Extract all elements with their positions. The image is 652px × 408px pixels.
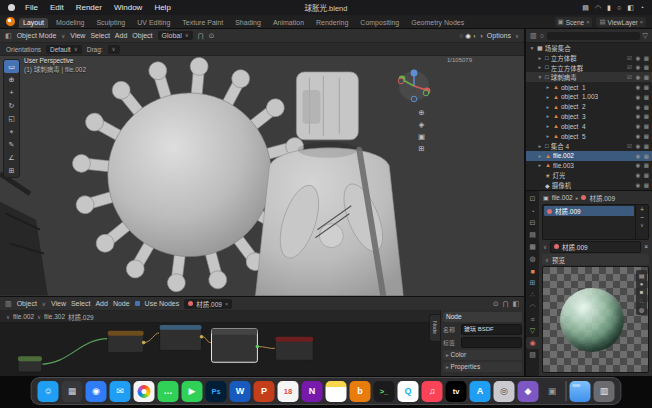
visibility-toggles[interactable]: ☑ ◉ ▦: [627, 64, 650, 70]
viewport-menu-object[interactable]: Object: [132, 32, 152, 39]
outliner-row-collection-4[interactable]: ▸ □ 集合 4 ☑ ◉ ▦: [526, 141, 652, 151]
properties-editor[interactable]: ⊡ ◔ ⊟ ▤ ▦ ◍ ■ ⊞ ∴ ◠ ≡ ▽ ◉ ▨ ▣ file.002 ▸…: [525, 190, 652, 376]
outliner-row-object-1[interactable]: ▸ ▲ object_1 ◉ ▦: [526, 82, 652, 92]
ortho-toggle-icon[interactable]: ⊞: [418, 144, 425, 153]
navigation-gizmo[interactable]: [396, 68, 432, 104]
apple-logo-icon[interactable]: [8, 4, 15, 11]
shader-node[interactable]: [18, 356, 42, 372]
dock-messages[interactable]: …: [158, 381, 179, 402]
dock-finder[interactable]: ☺: [38, 381, 59, 402]
outliner-row-object-3[interactable]: ▸ ▲ object_3 ◉ ▦: [526, 112, 652, 122]
disclosure-icon[interactable]: ▸: [545, 84, 551, 90]
dock-terminal[interactable]: >_: [374, 381, 395, 402]
node-graph-canvas[interactable]: [0, 321, 440, 376]
shader-menu-view[interactable]: View: [51, 300, 66, 307]
outliner-row-left-cube-group[interactable]: ▸ □ 左立方体群 ☑ ◉ ▦: [526, 63, 652, 73]
chevron-down-icon[interactable]: ∨: [37, 314, 41, 320]
visibility-toggles[interactable]: ◉ ▦: [635, 113, 650, 119]
disclosure-icon[interactable]: ▸: [545, 123, 551, 129]
shader-editor[interactable]: ▥ Object ∨ View Select Add Node Use Node…: [0, 296, 525, 376]
preview-section-header[interactable]: ∨ 预览: [542, 254, 649, 265]
workspace-tab-animation[interactable]: Animation: [269, 18, 308, 28]
browse-material-dropdown[interactable]: ∨: [543, 244, 547, 250]
visibility-toggles[interactable]: ◉ ▦: [635, 153, 650, 159]
dock-safari[interactable]: ◉: [86, 381, 107, 402]
visibility-toggles[interactable]: ◉ ▦: [635, 123, 650, 129]
menu-edit[interactable]: Edit: [48, 3, 66, 12]
pin-icon[interactable]: ⊙: [493, 300, 499, 308]
clock-icon[interactable]: ◔: [640, 4, 644, 12]
filter-funnel-icon[interactable]: ▽: [643, 32, 648, 40]
shader-menu-node[interactable]: Node: [113, 300, 130, 307]
outliner-row-object-5[interactable]: ▸ ▲ object_5 ◉ ▦: [526, 131, 652, 141]
properties-tab-world[interactable]: ◍: [526, 253, 539, 265]
visibility-toggles[interactable]: ◉ ▦: [635, 162, 650, 168]
remove-slot-button[interactable]: −: [640, 214, 644, 221]
zoom-icon[interactable]: ⊕: [418, 108, 425, 117]
menu-window[interactable]: Window: [112, 3, 144, 12]
breadcrumb-material-name[interactable]: 材质.009: [589, 193, 615, 203]
menu-file[interactable]: File: [23, 3, 40, 12]
workspace-tab-shading[interactable]: Shading: [231, 18, 265, 28]
node-name-field[interactable]: 玻璃 BSDF: [461, 324, 522, 335]
dock-app-dark[interactable]: ▣: [542, 381, 563, 402]
transform-orientation-dropdown[interactable]: Global ∨: [158, 31, 193, 40]
editor-type-icon[interactable]: ◧: [5, 32, 12, 40]
options-dropdown[interactable]: Options: [487, 32, 511, 39]
viewport-scene[interactable]: ▭ ⊕ + ↻ ◱ ⌖ ✎ ∠ ⊞ User Perspective (1) 球…: [0, 54, 524, 296]
properties-tab-particles[interactable]: ∴: [526, 289, 539, 301]
preview-sphere-button[interactable]: ●: [640, 281, 644, 287]
slot-specials-dropdown[interactable]: ∨: [640, 222, 644, 228]
scaffold-geometry[interactable]: [0, 174, 48, 296]
properties-tab-modifiers[interactable]: ⊞: [526, 277, 539, 289]
outliner-row-light[interactable]: ☀ 灯光 ◉ ▦: [526, 170, 652, 180]
dock-music[interactable]: ♫: [422, 381, 443, 402]
outliner-row-file-002[interactable]: ▸ ▲ file.002 ◉ ▦: [526, 151, 652, 161]
mode-dropdown[interactable]: Object Mode: [17, 32, 57, 39]
disclosure-icon[interactable]: ▾: [537, 74, 543, 80]
properties-tab-physics[interactable]: ◠: [526, 301, 539, 313]
disclosure-icon[interactable]: ▸: [537, 153, 543, 159]
node-color-section[interactable]: ▸ Color: [443, 350, 522, 360]
tool-transform[interactable]: ⌖: [4, 125, 19, 138]
properties-tab-material[interactable]: ◉: [526, 337, 539, 349]
dock-settings[interactable]: ◎: [494, 381, 515, 402]
properties-tab-view-layer[interactable]: ▤: [526, 229, 539, 241]
disclosure-icon[interactable]: ▸: [545, 94, 551, 100]
dock-notes[interactable]: [326, 381, 347, 402]
visibility-toggles[interactable]: ☑ ◉ ▦: [627, 55, 650, 61]
material-datablock-chip[interactable]: 材质.009 ×: [184, 299, 232, 309]
shading-solid-icon[interactable]: ◉: [465, 32, 471, 40]
viewport-3d[interactable]: ◧ Object Mode ∨ View Select Add Object G…: [0, 29, 525, 296]
dock-appstore[interactable]: A: [470, 381, 491, 402]
menu-render[interactable]: Render: [74, 3, 104, 12]
properties-tab-tool[interactable]: ⊡: [526, 193, 539, 205]
preview-flat-button[interactable]: ▤: [639, 272, 645, 279]
battery-icon[interactable]: ▮: [607, 4, 611, 12]
node-panel-header[interactable]: Node: [443, 312, 522, 322]
snap-magnet-icon[interactable]: ⋂: [503, 300, 509, 308]
disclosure-icon[interactable]: ▸: [537, 143, 543, 149]
breadcrumb-object[interactable]: file.002: [13, 313, 34, 320]
visibility-toggles[interactable]: ☑ ◉ ▦: [627, 74, 650, 80]
node-panel-tab[interactable]: Node: [429, 314, 440, 342]
breadcrumb-object-name[interactable]: file.002: [552, 194, 573, 201]
disclosure-icon[interactable]: ▸: [545, 104, 551, 110]
breadcrumb-material[interactable]: 材质.029: [68, 312, 94, 322]
shading-wireframe-icon[interactable]: ○: [459, 32, 463, 40]
use-nodes-checkbox[interactable]: [135, 301, 140, 306]
workspace-tab-modeling[interactable]: Modeling: [52, 18, 88, 28]
orientation-value-dropdown[interactable]: Default ∨: [46, 45, 82, 54]
outliner-row-camera[interactable]: ◆ 摄像机 ◉ ▦: [526, 180, 652, 190]
disclosure-icon[interactable]: ▸: [545, 113, 551, 119]
dock-photos[interactable]: [134, 381, 155, 402]
tool-annotate[interactable]: ✎: [4, 138, 19, 151]
pan-icon[interactable]: ◈: [418, 120, 425, 129]
add-slot-button[interactable]: +: [640, 206, 644, 213]
outliner-row-cube-group[interactable]: ▸ □ 立方体群 ☑ ◉ ▦: [526, 53, 652, 63]
properties-tab-object[interactable]: ■: [526, 265, 539, 277]
dock-blender[interactable]: b: [350, 381, 371, 402]
tool-rotate[interactable]: ↻: [4, 99, 19, 112]
shader-menu-select[interactable]: Select: [71, 300, 90, 307]
outliner-row-object-4[interactable]: ▸ ▲ object_4 ◉ ▦: [526, 121, 652, 131]
